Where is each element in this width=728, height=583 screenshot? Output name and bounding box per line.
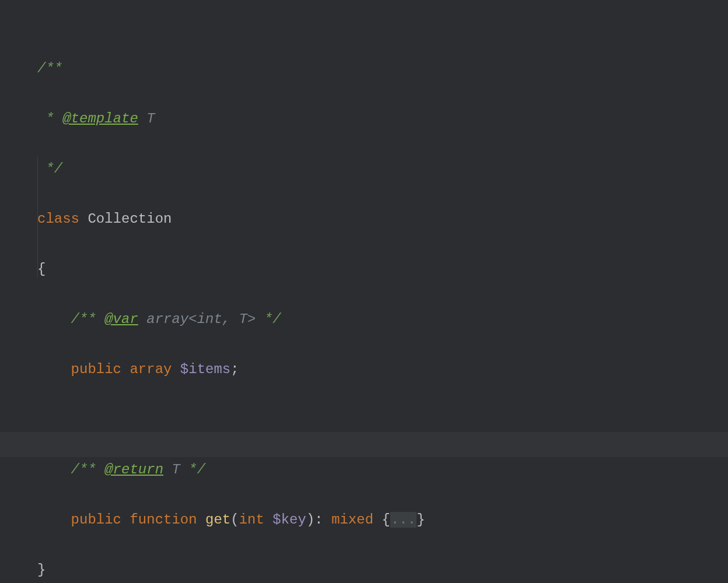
- keyword-public: public: [71, 512, 121, 528]
- type-int: int: [239, 512, 264, 528]
- docblock: /**: [71, 311, 105, 327]
- code-line: class Collection: [37, 206, 425, 231]
- keyword-class: class: [37, 211, 79, 227]
- semicolon: ;: [230, 361, 239, 377]
- space: [121, 512, 130, 528]
- indent: [37, 462, 71, 477]
- space: [373, 512, 382, 528]
- code-content: /** * @template T */ class Collection { …: [37, 31, 425, 583]
- doc-annotation-return: @return: [104, 462, 163, 477]
- docblock: *: [37, 111, 62, 127]
- code-line: * @template T: [37, 106, 425, 131]
- space: [121, 361, 130, 377]
- indent: [37, 311, 71, 327]
- brace-close: }: [37, 562, 46, 578]
- code-line: public array $items;: [37, 357, 425, 382]
- code-line-empty: [37, 407, 425, 432]
- variable-key: $key: [272, 512, 306, 528]
- doc-annotation-template: @template: [62, 111, 138, 127]
- brace-open: {: [37, 261, 46, 277]
- colon: :: [314, 512, 331, 528]
- function-get: get: [205, 512, 230, 528]
- brace-open: {: [382, 512, 390, 528]
- doc-type: T: [138, 111, 155, 127]
- code-line: }: [37, 557, 425, 582]
- space: [197, 512, 205, 528]
- docblock: /**: [71, 462, 105, 477]
- class-name: Collection: [88, 211, 172, 227]
- space: [172, 361, 180, 377]
- keyword-function: function: [130, 512, 197, 528]
- paren-close: ): [306, 512, 314, 528]
- code-line: {: [37, 257, 425, 282]
- code-line: */: [37, 156, 425, 181]
- code-line: /** @var array<int, T> */: [37, 307, 425, 332]
- code-editor[interactable]: /** * @template T */ class Collection { …: [0, 0, 728, 583]
- paren-open: (: [230, 512, 239, 528]
- docblock-close: */: [264, 311, 281, 327]
- space: [264, 512, 272, 528]
- code-line: public function get(int $key): mixed {..…: [37, 507, 425, 532]
- indent: [37, 512, 71, 528]
- indent: [37, 361, 71, 377]
- space: [79, 211, 88, 227]
- docblock-close: */: [188, 462, 205, 477]
- docblock-close: */: [37, 161, 62, 177]
- brace-close: }: [416, 512, 425, 528]
- code-line: /** @return T */: [37, 457, 425, 482]
- doc-type: T: [163, 462, 188, 477]
- type-array: array: [130, 361, 172, 377]
- keyword-public: public: [71, 361, 121, 377]
- doc-type: array<int, T>: [138, 311, 264, 327]
- docblock-open: /**: [37, 61, 62, 76]
- code-line: /**: [37, 56, 425, 81]
- code-fold-placeholder[interactable]: ...: [390, 512, 416, 528]
- variable-items: $items: [180, 361, 230, 377]
- doc-annotation-var: @var: [104, 311, 138, 327]
- type-mixed: mixed: [331, 512, 373, 528]
